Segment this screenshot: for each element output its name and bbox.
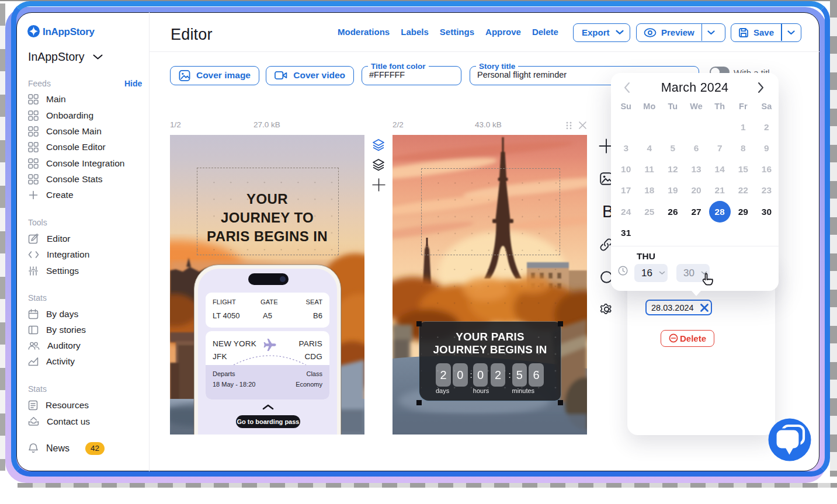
svg-text:InAppStory: InAppStory bbox=[43, 26, 95, 37]
